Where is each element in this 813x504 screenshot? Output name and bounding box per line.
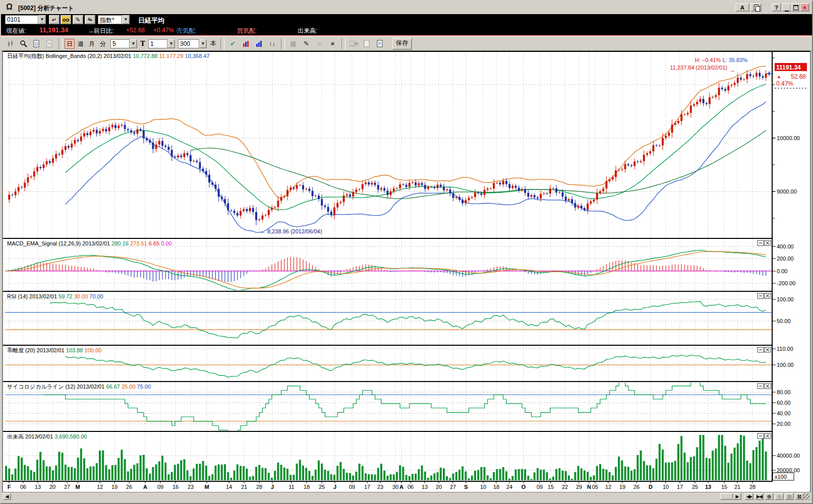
restore-button[interactable] — [791, 3, 800, 12]
eraser-button[interactable]: ▱ — [313, 38, 326, 50]
search-button[interactable]: oo — [61, 15, 71, 24]
edit-button[interactable]: ✎ — [73, 15, 83, 24]
period-day-button[interactable]: 日 — [65, 39, 75, 49]
period-week-button[interactable]: 週 — [76, 39, 86, 49]
x-axis-label: 15 — [721, 484, 727, 490]
period-month-button[interactable]: 月 — [87, 39, 97, 49]
save-button[interactable]: 保存 — [392, 38, 412, 50]
chart-toolbar: D R 日 週 月 分 5▼ T 1▼ 300▼ 本 ✔ ↑↓ ▦ ✎ ▱ × … — [1, 36, 812, 51]
axis-label: 20000.00 — [777, 467, 800, 473]
zoom-in-button[interactable]: ⊕ — [765, 493, 774, 500]
high-annotation: 11,237.84 (2013/02/01) — [670, 65, 727, 71]
x-axis-label: 15 — [548, 484, 554, 490]
compare-chart-button[interactable] — [240, 38, 252, 50]
code-dropdown-arrow[interactable]: ▼ — [38, 15, 46, 24]
x-axis-label: O — [521, 484, 526, 490]
category-dropdown-arrow[interactable]: ▼ — [122, 15, 130, 24]
zoom-tool-button[interactable] — [17, 38, 30, 50]
toolbar-separator — [281, 38, 285, 49]
minute-dropdown-arrow[interactable]: ▼ — [130, 39, 137, 48]
paste-page-button[interactable]: P — [374, 38, 386, 50]
bar-count-select[interactable]: 300 — [178, 39, 199, 48]
x-axis-label: 19 — [619, 484, 625, 490]
window-layout-button[interactable]: ❏▾ — [347, 38, 360, 50]
window-icon: ❏▾ — [349, 40, 358, 47]
grid-table-button[interactable]: ▦ — [287, 38, 300, 50]
bottom-bar: ◀ ▶ ◀▶ ▶◀ ⊕ ⊖ ▦ ⊠ — [2, 492, 811, 501]
page-r-button[interactable]: R — [43, 38, 56, 50]
copy-icon — [754, 5, 759, 10]
minute-value-select[interactable]: 5 — [110, 39, 130, 48]
axis-label: 40000.00 — [777, 453, 800, 459]
period-minute-button[interactable]: 分 — [98, 39, 108, 49]
x-axis-label: 17 — [677, 484, 683, 490]
font-button[interactable]: A — [735, 3, 749, 12]
style-brush-button[interactable]: ✔ — [226, 38, 239, 50]
x-axis-label: 13 — [35, 484, 41, 490]
code-input[interactable] — [5, 15, 38, 24]
scroll-left-button[interactable]: ◀ — [3, 493, 11, 500]
axis-label: 40.00 — [777, 410, 791, 416]
macd-pane-header: MACD_EMA_Signal (12,26,9) 2013/02/01 280… — [7, 240, 172, 246]
svg-text:R: R — [48, 41, 51, 46]
x-axis-label: A — [143, 484, 147, 490]
volume-chart-button[interactable] — [253, 38, 265, 50]
x-axis-label: 27 — [450, 484, 456, 490]
grid-icon: ▦ — [290, 40, 296, 47]
title-bar[interactable]: Ω [5002] 分析チャート A ? × — [1, 1, 812, 15]
left-arrow-icon: ◀ — [6, 494, 9, 499]
copy-page-button[interactable] — [361, 38, 373, 50]
x-axis-label: 06 — [20, 484, 26, 490]
close-pane-mode-button[interactable]: ⊠ — [795, 493, 804, 500]
eraser-icon: ▱ — [317, 40, 322, 47]
close-button[interactable]: × — [800, 3, 809, 12]
page-p-icon: P — [377, 40, 383, 47]
sort-updown-button[interactable]: ↑↓ — [266, 38, 278, 50]
candlestick-mode-button[interactable] — [4, 38, 17, 50]
x-axis-label: J — [271, 484, 274, 490]
x-axis-label: 09 — [537, 484, 543, 490]
quote-bar: ▼ ↵ oo ✎ ✎ 指数* ▼ 日経平均 — [1, 14, 812, 25]
pane-grid-button[interactable]: ▦ — [785, 493, 794, 500]
delete-drawing-button[interactable]: × — [326, 38, 339, 50]
axis-label: 20.00 — [777, 421, 791, 427]
tick-value-select[interactable]: 1 — [148, 39, 167, 48]
tick-dropdown-arrow[interactable]: ▼ — [167, 39, 175, 48]
x-axis-label: 26 — [126, 484, 132, 490]
bars-dropdown-arrow[interactable]: ▼ — [199, 39, 207, 48]
minimize-button[interactable] — [782, 3, 791, 12]
draw-pencil-button[interactable]: ✎ — [300, 38, 313, 50]
main-pane-header: 日経平均(指数) Bollinger_Bands (20,2) 2013/02/… — [7, 53, 210, 59]
compress-bars-button[interactable]: ▶◀ — [754, 493, 764, 500]
x-axis-label: 20 — [436, 484, 442, 490]
bars-unit-label: 本 — [210, 39, 216, 48]
x-axis-label: 28 — [749, 484, 756, 490]
enter-button[interactable]: ↵ — [49, 15, 60, 24]
clear-draw-button[interactable]: ✎ — [85, 15, 95, 24]
axis-label: 60.00 — [777, 400, 791, 406]
chart-canvas[interactable]: 日経平均(指数) Bollinger_Bands (20,2) 2013/02/… — [1, 1, 813, 504]
x-axis-label: 19 — [111, 484, 118, 490]
x-axis-label: 21 — [734, 484, 740, 490]
resize-grip[interactable] — [803, 493, 810, 500]
rsi-pane-header: RSI (14) 2013/02/01 59.72 30.00 70.00 — [7, 293, 103, 299]
expand-bars-button[interactable]: ◀▶ — [744, 493, 753, 500]
scrollbar-thumb[interactable] — [720, 493, 733, 500]
svg-text:D: D — [35, 41, 38, 46]
change-value: +52.68 — [126, 27, 145, 34]
expand-icon: ◀▶ — [746, 494, 751, 499]
zoom-out-button[interactable]: ⊖ — [775, 493, 784, 500]
high-arrow-icon: → — [729, 67, 735, 74]
toolbar-separator — [59, 38, 63, 49]
x-axis-label: 22 — [562, 484, 568, 490]
copy-window-button[interactable] — [750, 3, 762, 12]
red-blue-bars-icon — [243, 40, 250, 47]
axis-label: 100.00 — [777, 362, 794, 368]
new-page-button[interactable]: D — [30, 38, 43, 50]
axis-label: 400.00 — [777, 243, 794, 249]
price-bar: 現在値: 11,191.34 →前日比: +52.68 +0.47% 売気配: … — [1, 25, 812, 35]
category-select[interactable]: 指数* — [98, 15, 122, 24]
help-button[interactable]: ? — [772, 3, 781, 12]
scroll-right-button[interactable]: ▶ — [733, 493, 741, 500]
x-axis-label: F — [8, 484, 11, 490]
